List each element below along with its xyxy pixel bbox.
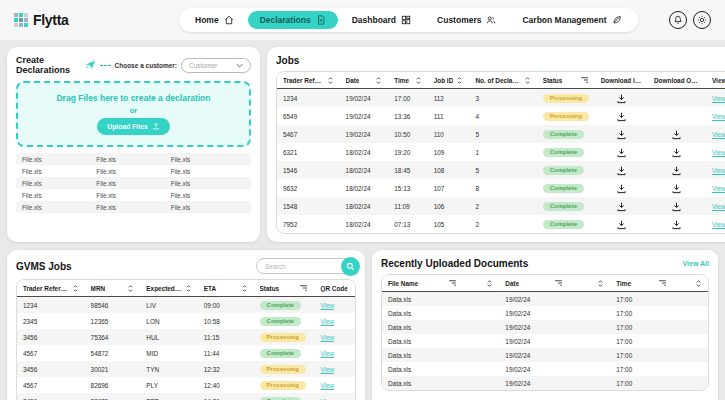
sort-icon[interactable]	[415, 76, 422, 85]
view-link[interactable]: View	[320, 382, 334, 389]
filter-icon[interactable]	[658, 279, 667, 287]
download-input-cell	[595, 89, 648, 107]
filter-icon[interactable]	[299, 284, 308, 292]
chevron-down-icon	[236, 62, 243, 69]
view-link[interactable]: View	[320, 334, 334, 341]
table-cell: 18/02/24	[340, 199, 389, 213]
status-badge: Complete	[260, 397, 301, 400]
filter-icon[interactable]	[580, 76, 589, 84]
qr-code-cell: View	[314, 346, 355, 360]
download-output-button[interactable]	[671, 165, 682, 176]
file-name: File.xls	[171, 192, 245, 199]
download-output-cell	[648, 143, 706, 161]
download-output-button[interactable]	[671, 129, 682, 140]
upload-files-button[interactable]: Upload Files	[97, 118, 169, 135]
table-cell: 109	[428, 145, 470, 159]
table-cell: 14:31	[198, 394, 254, 400]
table-cell: 10:50	[388, 127, 427, 141]
download-output-button[interactable]	[671, 219, 682, 230]
view-link[interactable]: View	[712, 95, 725, 102]
view-link[interactable]: View	[712, 185, 725, 192]
sort-icon[interactable]	[241, 284, 248, 293]
sort-icon[interactable]	[456, 76, 463, 85]
sort-icon[interactable]	[375, 76, 382, 85]
view-link[interactable]: View	[712, 221, 725, 228]
status-cell: Complete	[254, 297, 315, 313]
table-cell: 12:40	[198, 378, 254, 392]
nav-item-declarations[interactable]: Declarations	[248, 11, 338, 29]
column-header-label: Download Output	[654, 77, 700, 84]
choose-customer-label: Choose a customer:	[115, 62, 178, 69]
download-input-button[interactable]	[616, 129, 627, 140]
table-cell: 18/02/24	[340, 181, 389, 195]
customer-select[interactable]: Customer	[181, 58, 251, 73]
filter-icon[interactable]	[554, 279, 563, 287]
download-input-button[interactable]	[616, 147, 627, 158]
table-cell: 8	[469, 181, 536, 195]
status-badge: Complete	[543, 130, 584, 139]
nav-item-dashboard[interactable]: Dashboard	[340, 11, 423, 29]
table-cell: 11:15	[198, 330, 254, 344]
settings-button[interactable]	[693, 11, 711, 29]
sort-icon[interactable]	[695, 279, 702, 288]
sort-icon[interactable]	[327, 76, 334, 85]
column-header-label: Status	[260, 285, 280, 292]
download-input-button[interactable]	[616, 219, 627, 230]
view-link[interactable]: View	[712, 203, 725, 210]
nav-item-label: Carbon Management	[522, 15, 606, 25]
table-cell: 2	[469, 199, 536, 213]
sort-icon[interactable]	[185, 284, 192, 293]
nav-item-customers[interactable]: Customers	[425, 11, 508, 29]
download-input-button[interactable]	[616, 165, 627, 176]
view-link[interactable]: View	[712, 149, 725, 156]
download-input-button[interactable]	[616, 183, 627, 194]
download-output-button[interactable]	[671, 183, 682, 194]
nav-item-home[interactable]: Home	[183, 11, 246, 29]
table-cell: 19/02/24	[499, 376, 610, 390]
customer-select-value: Customer	[189, 62, 217, 69]
bell-icon	[673, 13, 683, 28]
view-link[interactable]: View	[712, 113, 725, 120]
view-link[interactable]: View	[712, 167, 725, 174]
column-header-label: Job ID	[434, 77, 454, 84]
table-cell: 18/02/24	[340, 217, 389, 231]
view-link[interactable]: View	[320, 318, 334, 325]
table-cell: TYN	[140, 362, 197, 376]
status-cell: Complete	[537, 144, 595, 160]
view-link[interactable]: View	[320, 366, 334, 373]
status-badge: Processing	[260, 333, 306, 342]
download-output-button[interactable]	[671, 201, 682, 212]
download-input-button[interactable]	[616, 111, 627, 122]
table-cell: 19/02/24	[340, 127, 389, 141]
sort-icon[interactable]	[486, 279, 493, 288]
table-cell: 110	[428, 127, 470, 141]
notifications-button[interactable]	[669, 11, 687, 29]
file-name: File.xls	[22, 156, 96, 163]
download-output-button[interactable]	[671, 147, 682, 158]
sort-icon[interactable]	[72, 284, 79, 293]
download-input-cell	[595, 143, 648, 161]
sort-icon[interactable]	[524, 76, 531, 85]
status-cell: Complete	[537, 162, 595, 178]
view-link[interactable]: View	[320, 302, 334, 309]
file-dropzone[interactable]: Drag Files here to create a declaration …	[16, 81, 251, 147]
download-input-cell	[595, 107, 648, 125]
sort-icon[interactable]	[597, 279, 604, 288]
view-link[interactable]: View	[712, 131, 725, 138]
table-cell: Data.xls	[382, 292, 499, 306]
sort-icon[interactable]	[127, 284, 134, 293]
qr-code-cell: View	[314, 378, 355, 392]
download-input-button[interactable]	[616, 201, 627, 212]
jobs-table-row: 963218/02/2415:131078CompleteView	[277, 179, 725, 197]
status-badge: Complete	[543, 202, 584, 211]
document-table-row: Data.xls19/02/2417:00	[382, 334, 708, 348]
nav-item-carbon-management[interactable]: Carbon Management	[510, 11, 633, 29]
view-all-link[interactable]: View All	[683, 260, 709, 267]
download-input-button[interactable]	[616, 93, 627, 104]
table-cell: 82696	[85, 378, 141, 392]
table-cell: Data.xls	[382, 348, 499, 362]
column-header-label: MRN	[91, 285, 106, 292]
search-button[interactable]	[341, 257, 360, 276]
view-link[interactable]: View	[320, 350, 334, 357]
filter-icon[interactable]	[448, 279, 457, 287]
